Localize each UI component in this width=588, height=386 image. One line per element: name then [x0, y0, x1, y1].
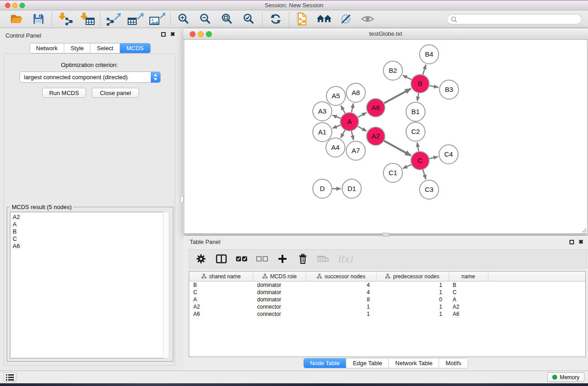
table-row[interactable]: A6connector11A6: [189, 310, 585, 318]
graph-node-C1[interactable]: C1: [383, 163, 402, 182]
graph-node-A6[interactable]: A6: [367, 99, 385, 117]
column-header-shared-name[interactable]: shared name: [189, 272, 253, 281]
network-close-button[interactable]: [190, 31, 196, 37]
column-header-successor-nodes[interactable]: successor nodes: [306, 272, 376, 281]
network-overview-icon[interactable]: [316, 12, 332, 26]
table-cell[interactable]: dominator: [253, 296, 306, 303]
criterion-dropdown[interactable]: largest connected component (directed): [19, 71, 161, 83]
table-cell[interactable]: A6: [189, 310, 253, 318]
graph-node-C2[interactable]: C2: [406, 122, 425, 141]
table-cell[interactable]: C: [189, 289, 253, 296]
table-cell[interactable]: 1: [306, 310, 376, 318]
import-network-icon[interactable]: [57, 12, 73, 26]
close-panel-icon[interactable]: ✖: [170, 32, 175, 37]
export-image-icon[interactable]: [149, 12, 165, 26]
mcds-result-item[interactable]: A2: [10, 214, 163, 221]
table-cell[interactable]: B: [189, 281, 253, 289]
mcds-result-item[interactable]: C: [10, 235, 163, 243]
graph-node-B3[interactable]: B3: [440, 80, 459, 99]
run-mcds-button[interactable]: Run MCDS: [42, 88, 86, 98]
show-columns-icon[interactable]: [215, 252, 227, 266]
graph-edge-A-A7[interactable]: [352, 131, 354, 140]
graph-node-C4[interactable]: C4: [439, 145, 458, 164]
table-cell[interactable]: A2: [189, 303, 253, 310]
vertical-splitter-grip[interactable]: [180, 196, 184, 203]
network-minimize-button[interactable]: [198, 31, 204, 37]
close-window-button[interactable]: [5, 3, 10, 8]
network-zoom-button[interactable]: [206, 31, 212, 37]
graph-edge-A-A2[interactable]: [358, 126, 367, 131]
table-cell[interactable]: dominator: [253, 281, 306, 289]
table-row[interactable]: A2connector11A2: [189, 303, 585, 310]
table-cell[interactable]: 0: [376, 296, 449, 303]
column-header-name[interactable]: name: [449, 272, 488, 281]
birds-eye-view-icon[interactable]: [359, 12, 376, 26]
tab-mcds[interactable]: MCDS: [120, 43, 150, 53]
tab-node-table[interactable]: Node Table: [304, 358, 347, 368]
table-cell[interactable]: dominator: [253, 289, 306, 296]
tab-select[interactable]: Select: [91, 43, 120, 53]
new-network-icon[interactable]: [294, 12, 311, 26]
graph-node-A3[interactable]: A3: [313, 102, 332, 121]
graph-node-A2[interactable]: A2: [367, 127, 385, 145]
graph-edge-A-A4[interactable]: [341, 130, 345, 138]
graph-edge-A-A5[interactable]: [341, 105, 345, 113]
table-float-panel-icon[interactable]: [569, 240, 574, 244]
table-cell[interactable]: B: [449, 281, 488, 289]
select-all-icon[interactable]: [236, 252, 248, 266]
graph-edge-C-C3[interactable]: [423, 170, 426, 179]
search-input[interactable]: [447, 14, 582, 24]
resize-grip-icon[interactable]: [582, 228, 587, 233]
delete-table-icon[interactable]: [317, 252, 329, 266]
zoom-in-icon[interactable]: [176, 12, 192, 26]
graph-edge-A-A8[interactable]: [352, 103, 354, 112]
float-panel-icon[interactable]: [161, 32, 166, 37]
minimize-window-button[interactable]: [12, 3, 18, 8]
graph-node-C3[interactable]: C3: [420, 180, 439, 199]
graph-node-A7[interactable]: A7: [346, 141, 365, 160]
memory-button[interactable]: Memory: [547, 372, 584, 382]
table-cell[interactable]: 1: [306, 303, 376, 310]
table-cell[interactable]: 1: [376, 289, 449, 296]
mcds-result-item[interactable]: B: [10, 228, 163, 235]
task-history-button[interactable]: [4, 372, 16, 382]
add-row-icon[interactable]: [277, 252, 288, 266]
zoom-window-button[interactable]: [19, 3, 25, 8]
table-cell[interactable]: C: [449, 289, 488, 296]
zoom-fit-icon[interactable]: [219, 12, 235, 26]
table-row[interactable]: Bdominator41B: [189, 281, 585, 289]
import-table-icon[interactable]: [79, 12, 95, 26]
graph-edge-A-A3[interactable]: [332, 115, 340, 119]
export-table-icon[interactable]: [127, 12, 143, 26]
graph-node-C[interactable]: C: [411, 152, 429, 170]
network-canvas[interactable]: B4B2BB3A8A5A6A3B1AC2A1A2A4A7C4CC1DD1C3: [184, 40, 588, 234]
graph-edge-C-C1[interactable]: [403, 165, 411, 169]
graph-edge-B-B3[interactable]: [430, 86, 439, 87]
table-cell[interactable]: connector: [253, 303, 306, 310]
tab-motifs[interactable]: Motifs: [439, 358, 468, 368]
tab-style[interactable]: Style: [64, 43, 91, 53]
graph-edge-B-B4[interactable]: [423, 65, 426, 75]
graph-node-D[interactable]: D: [313, 179, 332, 198]
tab-edge-table[interactable]: Edge Table: [346, 358, 389, 368]
graph-node-A1[interactable]: A1: [313, 123, 332, 142]
table-cell[interactable]: 4: [306, 281, 376, 289]
open-session-icon[interactable]: [9, 12, 25, 26]
graph-node-B4[interactable]: B4: [420, 45, 439, 64]
function-builder-icon[interactable]: f(x): [338, 252, 353, 266]
export-network-icon[interactable]: [105, 12, 122, 26]
deselect-all-icon[interactable]: [256, 252, 268, 266]
hide-graphics-details-icon[interactable]: [338, 12, 354, 26]
table-cell[interactable]: connector: [253, 310, 306, 318]
column-header-predecessor-nodes[interactable]: predecessor nodes: [376, 272, 449, 281]
tab-network[interactable]: Network: [29, 43, 64, 53]
graph-node-A8[interactable]: A8: [346, 83, 365, 102]
graph-edge-B-B2[interactable]: [403, 75, 412, 80]
table-row[interactable]: Adominator80A: [189, 296, 585, 303]
mcds-result-item[interactable]: A6: [10, 243, 163, 250]
zoom-out-icon[interactable]: [197, 12, 214, 26]
table-cell[interactable]: A: [189, 296, 253, 303]
zoom-selected-icon[interactable]: [241, 12, 257, 26]
graph-edge-A2-C[interactable]: [384, 141, 411, 156]
graph-node-A[interactable]: A: [340, 113, 359, 131]
